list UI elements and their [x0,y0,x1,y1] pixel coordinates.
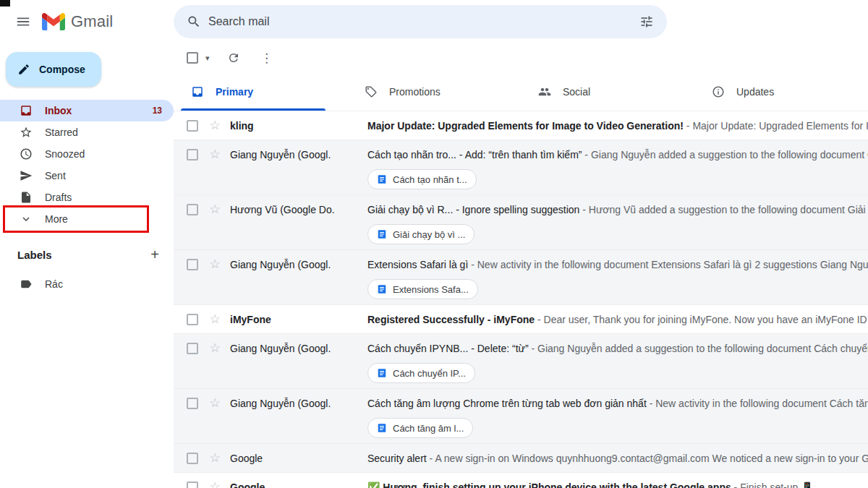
sidebar-item-more[interactable]: More [0,208,174,230]
refresh-button[interactable] [221,46,246,70]
compose-button[interactable]: Compose [6,52,101,87]
sidebar-item-inbox[interactable]: Inbox 13 [0,100,174,121]
attachment-chip[interactable]: Giải chạy bộ vì ... [367,224,475,244]
email-sender: Google [230,473,359,488]
email-summary-line: Registered Successfully - iMyFone - Dear… [367,305,868,334]
subject-snippet-separator: - [731,481,740,488]
email-snippet: Finish set-up 📱 [740,481,814,488]
subject-snippet-separator: - [427,453,435,464]
google-docs-icon [377,174,387,184]
star-icon[interactable]: ☆ [208,473,221,488]
subject-snippet-separator: - [579,204,588,215]
tab-promotions[interactable]: Promotions [347,72,521,111]
screen-corner-artifact [0,0,10,7]
labels-title: Labels [17,249,52,261]
attachment-chip[interactable]: Cách chuyển IP... [367,363,475,383]
star-icon[interactable]: ☆ [208,111,221,140]
email-row[interactable]: ☆ Hương Vũ (Google Do. Giải chạy bộ vì R… [174,195,868,250]
email-row[interactable]: ☆ Google ✅ Hương, finish setting up your… [174,473,868,488]
subject-snippet-separator: - [582,149,590,160]
email-row[interactable]: ☆ Giang Nguyễn (Googl. Cách tăng âm lượn… [174,389,868,444]
email-row[interactable]: ☆ Google Security alert - A new sign-in … [174,444,868,473]
email-checkbox[interactable] [187,314,198,325]
email-summary-line: Giải chạy bộ vì R... - Ignore spelling s… [367,195,868,224]
email-summary-line: Extensions Safari là gì - New activity i… [367,250,868,279]
email-checkbox[interactable] [187,120,198,132]
sidebar-item-snoozed[interactable]: Snoozed [0,143,174,165]
email-subject: Cách chuyển IPYNB... - Delete: “từ” [367,343,529,354]
email-summary-line: Major Update: Upgraded Elements for Imag… [367,111,868,140]
sidebar-label-rac[interactable]: Rác [0,273,174,295]
email-row[interactable]: ☆ iMyFone Registered Successfully - iMyF… [174,305,868,334]
email-subject: Major Update: Upgraded Elements for Imag… [367,120,684,132]
pencil-icon [17,63,30,76]
select-dropdown-icon[interactable]: ▾ [203,53,213,63]
sidebar: Compose Inbox 13 Starred Snoozed [0,43,174,488]
sidebar-item-drafts[interactable]: Drafts [0,187,174,208]
email-sender: iMyFone [230,305,359,334]
email-snippet: Hương Vũ added a suggestion to the follo… [589,204,868,215]
email-snippet: New activity in the following document E… [477,259,868,270]
tab-updates[interactable]: Updates [694,72,868,111]
star-icon[interactable]: ☆ [208,195,221,224]
google-docs-icon [377,368,387,378]
sidebar-item-sent[interactable]: Sent [0,165,174,187]
star-icon[interactable]: ☆ [208,389,221,418]
star-icon[interactable]: ☆ [208,140,221,169]
email-content: Cách tăng âm lượng Chrome trên từng tab … [367,389,868,438]
tab-label: Updates [736,86,774,98]
search-bar[interactable] [174,5,667,38]
email-checkbox[interactable] [187,259,198,270]
tab-primary[interactable]: Primary [174,72,347,111]
search-options-icon[interactable] [632,7,661,36]
email-row[interactable]: ☆ kling Major Update: Upgraded Elements … [174,111,868,140]
email-sender: Giang Nguyễn (Googl. [230,389,359,418]
email-subject: Security alert [367,453,427,464]
select-all-checkbox[interactable] [187,52,198,64]
email-row[interactable]: ☆ Giang Nguyễn (Googl. Cách chuyển IPYNB… [174,334,868,389]
search-input[interactable] [208,15,632,28]
gmail-logo-icon [42,13,65,30]
gmail-logo-text: Gmail [71,12,113,31]
email-sender: Hương Vũ (Google Do. [230,195,359,224]
email-row[interactable]: ☆ Giang Nguyễn (Googl. Extensions Safari… [174,250,868,305]
app-body: Compose Inbox 13 Starred Snoozed [0,43,868,488]
sidebar-item-label: Sent [45,170,66,181]
email-checkbox[interactable] [187,204,198,215]
tab-label: Social [563,86,590,98]
email-checkbox[interactable] [187,343,198,354]
email-summary-line: Cách tạo nhãn tro... - Add: “trên thanh … [367,140,868,169]
subject-snippet-separator: - [535,314,543,325]
sidebar-item-label: More [45,213,68,225]
google-docs-icon [377,284,387,294]
main-menu-button[interactable] [9,7,38,36]
search-icon[interactable] [179,7,208,36]
email-snippet: Giang Nguyễn added a suggestion to the f… [537,343,868,354]
email-subject: Registered Successfully - iMyFone [367,314,535,325]
email-checkbox[interactable] [187,398,198,409]
email-checkbox[interactable] [187,149,198,160]
star-icon[interactable]: ☆ [208,444,221,473]
star-icon[interactable]: ☆ [208,334,221,363]
attachment-chip[interactable]: Cách tăng âm l... [367,418,473,438]
attachment-chip-label: Cách chuyển IP... [393,368,466,379]
attachment-chip[interactable]: Extensions Safa... [367,279,478,299]
sidebar-item-starred[interactable]: Starred [0,121,174,143]
create-label-button[interactable]: + [150,247,159,262]
attachment-chip-label: Giải chạy bộ vì ... [393,229,465,240]
attachment-chip[interactable]: Cách tạo nhãn t... [367,169,477,189]
tab-social[interactable]: Social [521,72,694,111]
email-snippet: Giang Nguyễn added a suggestion to the f… [591,149,868,160]
email-checkbox[interactable] [187,453,198,464]
more-options-button[interactable]: ⋮ [255,46,279,70]
email-summary-line: ✅ Hương, finish setting up your iPhone d… [367,473,868,488]
google-docs-icon [377,229,387,239]
info-icon [712,85,725,98]
email-content: ✅ Hương, finish setting up your iPhone d… [367,473,868,488]
email-row[interactable]: ☆ Giang Nguyễn (Googl. Cách tạo nhãn tro… [174,140,868,195]
star-icon[interactable]: ☆ [208,305,221,334]
email-snippet: New activity in the following document C… [655,398,868,409]
email-checkbox[interactable] [187,481,198,488]
email-content: Cách chuyển IPYNB... - Delete: “từ” - Gi… [367,334,868,383]
star-icon[interactable]: ☆ [208,250,221,279]
